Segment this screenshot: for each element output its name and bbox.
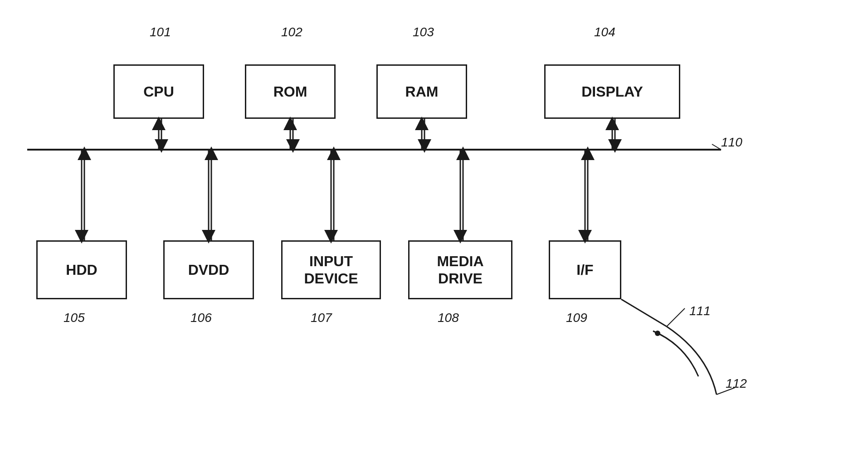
svg-line-25	[667, 308, 685, 326]
if-label: I/F	[576, 261, 593, 278]
ref-104: 104	[594, 25, 615, 39]
media-drive-box: MEDIA DRIVE	[408, 240, 512, 299]
ref-111: 111	[689, 304, 711, 318]
ram-box: RAM	[376, 64, 467, 119]
bus-label: 110	[721, 135, 742, 150]
dvdd-label: DVDD	[188, 261, 229, 278]
if-box: I/F	[549, 240, 621, 299]
display-box: DISPLAY	[544, 64, 680, 119]
input-device-label: INPUT DEVICE	[304, 253, 358, 287]
ref-105: 105	[63, 311, 85, 325]
ref-109: 109	[566, 311, 587, 325]
ram-label: RAM	[405, 83, 439, 100]
rom-box: ROM	[245, 64, 336, 119]
ref-112: 112	[726, 376, 747, 391]
cpu-box: CPU	[113, 64, 204, 119]
media-drive-label: MEDIA DRIVE	[437, 253, 483, 287]
hdd-box: HDD	[36, 240, 127, 299]
display-label: DISPLAY	[581, 83, 643, 100]
ref-106: 106	[190, 311, 212, 325]
svg-point-27	[655, 331, 660, 336]
svg-line-23	[712, 144, 721, 150]
hdd-label: HDD	[66, 261, 97, 278]
ref-102: 102	[281, 25, 302, 39]
dvdd-box: DVDD	[163, 240, 254, 299]
ref-103: 103	[413, 25, 434, 39]
ref-101: 101	[150, 25, 171, 39]
ref-107: 107	[311, 311, 332, 325]
rom-label: ROM	[273, 83, 307, 100]
input-device-box: INPUT DEVICE	[281, 240, 381, 299]
svg-line-24	[621, 299, 667, 326]
diagram: 101 102 103 104 110 CPU ROM RAM DISPLAY …	[0, 0, 868, 458]
cpu-label: CPU	[143, 83, 174, 100]
ref-108: 108	[438, 311, 459, 325]
